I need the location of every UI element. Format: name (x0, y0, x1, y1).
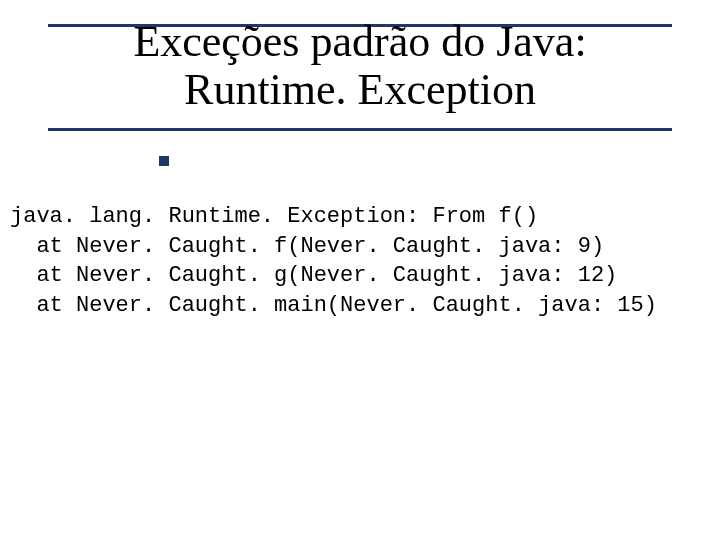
stack-trace: java. lang. Runtime. Exception: From f()… (10, 202, 700, 321)
trace-line-4: at Never. Caught. main(Never. Caught. ja… (10, 293, 657, 318)
trace-line-2: at Never. Caught. f(Never. Caught. java:… (10, 234, 604, 259)
title-line-2: Runtime. Exception (90, 66, 630, 114)
title-line-1: Exceções padrão do Java: (90, 18, 630, 66)
trace-line-3: at Never. Caught. g(Never. Caught. java:… (10, 263, 617, 288)
title-block: Exceções padrão do Java: Runtime. Except… (90, 18, 630, 113)
trace-line-1: java. lang. Runtime. Exception: From f() (10, 204, 538, 229)
slide: Exceções padrão do Java: Runtime. Except… (0, 0, 720, 540)
title-rule-bottom (48, 128, 672, 131)
bullet-marker (159, 156, 169, 166)
